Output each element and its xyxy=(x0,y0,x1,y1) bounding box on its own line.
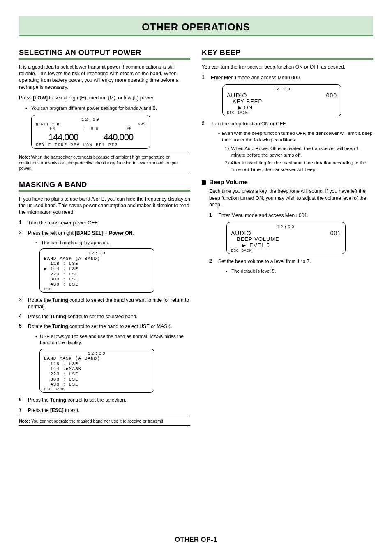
section-rule xyxy=(19,190,190,192)
sub-bullet: •Even with the beep function turned OFF,… xyxy=(218,130,373,143)
paragraph: Each time you press a key, the beep tone… xyxy=(209,188,373,208)
page-footer: OTHER OP-1 xyxy=(0,536,392,543)
section-rule xyxy=(202,58,373,60)
paragraph: Press [LOW] to select high (H), medium (… xyxy=(19,95,190,101)
left-column: SELECTING AN OUTPUT POWER It is a good i… xyxy=(19,49,190,433)
step-5: 5Rotate the Tuning control to set the ba… xyxy=(19,323,190,330)
lcd-display-frequency: 12:00 ▦ PTT CTRL GPS FM T H D FM 144.000… xyxy=(31,115,150,148)
lcd-display-menu-001: 12:00 AUDIO 001 BEEP VOLUME ▶LEVEL 5 ESC… xyxy=(226,222,346,254)
section-rule xyxy=(19,58,190,60)
sub-bullet: •The default is level 5. xyxy=(226,268,373,275)
note-box: Note: You cannot operate the masked band… xyxy=(19,417,190,426)
step-3: 3Rotate the Tuning control to select the… xyxy=(19,297,190,310)
step-1: 1Turn the transceiver power OFF. xyxy=(19,220,190,226)
step-4: 4Press the Tuning control to set the sel… xyxy=(19,313,190,320)
page-title: OTHER OPERATIONS xyxy=(19,21,373,33)
section-heading-output-power: SELECTING AN OUTPUT POWER xyxy=(19,49,190,57)
paragraph: If you have no plans to use band A or B,… xyxy=(19,196,190,216)
right-column: KEY BEEP You can turn the transceiver be… xyxy=(202,49,373,433)
note-box: Note: When the transceiver overheats bec… xyxy=(19,153,190,173)
square-bullet-icon xyxy=(202,180,206,185)
inner-step-2: 2)After transmitting for the maximum tim… xyxy=(225,160,373,173)
sub-step-2: 2Set the beep volume to a level from 1 t… xyxy=(209,258,373,265)
sub-bullet: •USE allows you to see and use the band … xyxy=(35,333,190,346)
title-underline xyxy=(19,35,373,37)
section-heading-key-beep: KEY BEEP xyxy=(202,49,373,57)
sub-step-1: 1Enter Menu mode and access Menu 001. xyxy=(209,212,373,219)
step-2: 2Turn the beep function ON or OFF. xyxy=(202,120,373,127)
paragraph: You can turn the transceiver beep functi… xyxy=(202,64,373,70)
step-1: 1Enter Menu mode and access Menu 000. xyxy=(202,74,373,81)
lcd-display-bandmask-2: 12:00 BAND MASK (A BAND) 118 : USE 144 :… xyxy=(39,349,154,393)
bullet-item: •You can program different power setting… xyxy=(25,105,190,112)
step-6: 6Press the Tuning control to set the sel… xyxy=(19,397,190,403)
lcd-display-bandmask-1: 12:00 BAND MASK (A BAND) 118 : USE ▶ 144… xyxy=(39,248,154,293)
header-band: OTHER OPERATIONS xyxy=(19,16,373,35)
lcd-display-menu-000: 12:00 AUDIO 000 KEY BEEP ▶ ON ESC BACK xyxy=(222,84,341,116)
inner-step-1: 1)When Auto Power Off is activated, the … xyxy=(225,146,373,158)
step-2: 2Press the left or right [BAND SEL] + Po… xyxy=(19,230,190,236)
subsection-heading-beep-volume: Beep Volume xyxy=(202,178,373,185)
sub-bullet: •The band mask display appears. xyxy=(35,240,190,246)
step-7: 7Press the [ESC] to exit. xyxy=(19,407,190,414)
section-heading-masking: MASKING A BAND xyxy=(19,180,190,189)
paragraph: It is a good idea to select lower transm… xyxy=(19,64,190,90)
